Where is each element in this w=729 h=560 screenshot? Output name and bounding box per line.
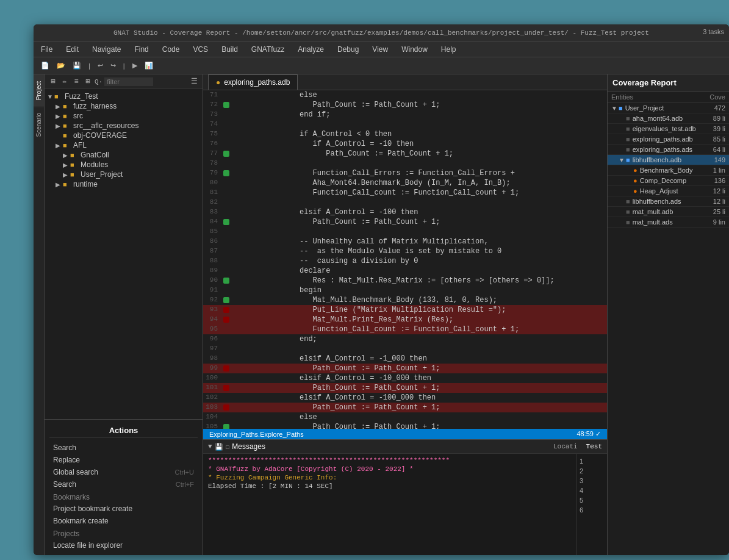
toolbar-redo[interactable]: ↪ xyxy=(108,60,118,71)
menu-find[interactable]: Find xyxy=(132,44,151,55)
tree-item-runtime[interactable]: ▶ ■ runtime xyxy=(45,179,203,189)
line-number-76: 76 xyxy=(203,139,221,149)
hamburger-icon[interactable]: ☰ xyxy=(189,77,199,86)
bottom-save-icon[interactable]: 💾 xyxy=(215,443,223,451)
line-number-96: 96 xyxy=(203,334,221,344)
editor-content[interactable]: 71 else72 Path_Count := Path_Count + 1;7… xyxy=(203,90,607,429)
line-marker-77 xyxy=(221,149,231,159)
folder-icon-src: ■ xyxy=(63,112,71,120)
toolbar-build[interactable]: ▶ xyxy=(130,60,140,71)
menu-debug[interactable]: Debug xyxy=(335,44,361,55)
bottom-clear-icon[interactable]: ☐ xyxy=(226,443,230,451)
cov-item-11[interactable]: ■mat_mult.ads9 lin xyxy=(608,217,729,228)
toolbar-save[interactable]: 💾 xyxy=(70,60,84,71)
label-obj-coverage: obj-COVERAGE xyxy=(73,131,127,140)
messages-tab[interactable]: Messages xyxy=(232,442,551,451)
cov-item-5[interactable]: ▼■libhuffbench.adb149 xyxy=(608,155,729,165)
line-marker-83 xyxy=(221,207,231,217)
line-code-90: Res : Mat_Mult.Res_Matrix := [others => … xyxy=(231,276,607,285)
line-marker-85 xyxy=(221,227,231,237)
cov-item-0[interactable]: ▼■User_Project472 xyxy=(608,103,729,113)
test-row-5: 5 xyxy=(577,495,607,505)
tree-item-obj-coverage[interactable]: ■ obj-COVERAGE xyxy=(45,131,203,140)
line-code-82 xyxy=(231,198,607,207)
menu-build[interactable]: Build xyxy=(219,44,240,55)
action-replace[interactable]: Replace xyxy=(49,454,198,466)
arrow-src-aflc: ▶ xyxy=(56,123,63,129)
toolbar-chart[interactable]: 📊 xyxy=(142,60,156,71)
editor-tab-exploring-paths[interactable]: ● exploring_paths.adb xyxy=(208,74,298,90)
cov-item-7[interactable]: ●Comp_Decomp136 xyxy=(608,176,729,186)
menu-code[interactable]: Code xyxy=(160,44,182,55)
tab-file-icon: ● xyxy=(216,78,220,87)
msg-line-1: * Fuzzing Campaign Generic Info: xyxy=(208,473,572,482)
tree-item-gnatcoll[interactable]: ▶ ■ GnatColl xyxy=(45,150,203,160)
line-code-71: else xyxy=(231,90,607,100)
action-search1-label: Search xyxy=(53,443,76,452)
main-area: Project Scenario ⊞ ✏ ≡ ⊞ Q· ☰ xyxy=(34,74,729,555)
cov-item-4[interactable]: ■exploring_paths.ads64 li xyxy=(608,145,729,155)
action-global-search[interactable]: Global search Ctrl+U xyxy=(49,466,198,478)
project-tab[interactable]: Project xyxy=(34,74,44,106)
menu-view[interactable]: View xyxy=(370,44,390,55)
action-search1[interactable]: Search xyxy=(49,442,198,454)
cov-file-icon-6: ● xyxy=(633,167,637,174)
cov-item-2[interactable]: ■eigenvalues_test.adb39 li xyxy=(608,124,729,134)
grid-icon[interactable]: ⊞ xyxy=(83,77,93,86)
new-file-icon[interactable]: ⊞ xyxy=(48,77,58,86)
line-marker-75 xyxy=(221,129,231,139)
toolbar-new[interactable]: 📄 xyxy=(38,60,52,71)
line-marker-105 xyxy=(221,422,231,429)
edit-icon[interactable]: ✏ xyxy=(60,77,70,86)
arrow-fuzz-harness: ▶ xyxy=(56,103,63,110)
menu-gnatfuzz[interactable]: GNATfuzz xyxy=(249,44,287,55)
code-line-88: 88 -- causing a division by 0 xyxy=(203,256,607,266)
cov-item-10[interactable]: ■mat_mult.adb25 li xyxy=(608,207,729,217)
action-project-bookmark[interactable]: Project bookmark create xyxy=(49,503,198,515)
cov-value-4: 64 li xyxy=(711,146,725,153)
code-line-102: 102 elsif A_Control = -100_000 then xyxy=(203,393,607,403)
tree-item-fuzz-test[interactable]: ▼ ■ Fuzz_Test xyxy=(45,92,203,101)
project-panel: ⊞ ✏ ≡ ⊞ Q· ☰ ▼ ■ xyxy=(45,74,203,555)
line-code-97 xyxy=(231,344,607,354)
cov-item-1[interactable]: ■aha_mont64.adb89 li xyxy=(608,113,729,124)
label-src: src xyxy=(73,112,83,120)
menu-vcs[interactable]: VCS xyxy=(190,44,210,55)
scenario-tab[interactable]: Scenario xyxy=(34,106,44,143)
menu-help[interactable]: Help xyxy=(439,44,459,55)
cov-value-7: 136 xyxy=(712,177,725,184)
code-line-97: 97 xyxy=(203,344,607,354)
tree-item-fuzz-harness[interactable]: ▶ ■ fuzz_harness xyxy=(45,101,203,111)
menu-navigate[interactable]: Navigate xyxy=(90,44,123,55)
line-code-95: Function_Call_count := Function_Call_cou… xyxy=(231,325,607,334)
tree-item-src-aflc[interactable]: ▶ ■ src__aflc_resources xyxy=(45,121,203,131)
tree-item-src[interactable]: ▶ ■ src xyxy=(45,111,203,121)
menu-file[interactable]: File xyxy=(38,44,55,55)
toolbar-open[interactable]: 📂 xyxy=(54,60,68,71)
line-code-83: elsif A_Control = -100 then xyxy=(231,207,607,217)
cov-item-6[interactable]: ●Benchmark_Body1 lin xyxy=(608,165,729,176)
list-icon[interactable]: ≡ xyxy=(71,77,81,86)
tree-item-afl[interactable]: ▶ ■ AFL xyxy=(45,140,203,150)
cov-item-9[interactable]: ■libhuffbench.ads12 li xyxy=(608,196,729,207)
cov-label-4: exploring_paths.ads xyxy=(633,146,711,153)
cov-item-8[interactable]: ●Heap_Adjust12 li xyxy=(608,186,729,196)
cov-value-11: 9 lin xyxy=(711,218,725,226)
action-locate-file[interactable]: Locate file in explorer xyxy=(49,539,198,551)
filter-input[interactable] xyxy=(104,77,153,86)
cov-label-0: User_Project xyxy=(625,104,712,112)
tree-item-modules[interactable]: ▶ ■ Modules xyxy=(45,160,203,170)
action-bookmark-create[interactable]: Bookmark create xyxy=(49,515,198,527)
bottom-down-icon[interactable]: ▼ xyxy=(208,443,212,450)
tree-item-user-project[interactable]: ▶ ■ User_Project xyxy=(45,170,203,179)
cov-item-3[interactable]: ■exploring_paths.adb85 li xyxy=(608,134,729,145)
menu-edit[interactable]: Edit xyxy=(63,44,81,55)
project-tree: ▼ ■ Fuzz_Test ▶ ■ fuzz_harness ▶ ■ s xyxy=(45,89,203,419)
line-code-104: else xyxy=(231,412,607,422)
menu-analyze[interactable]: Analyze xyxy=(295,44,326,55)
toolbar-undo[interactable]: ↩ xyxy=(95,60,106,71)
folder-icon-fuzz-test: ■ xyxy=(54,93,63,100)
action-search2[interactable]: Search Ctrl+F xyxy=(49,478,198,490)
cov-label-6: Benchmark_Body xyxy=(640,167,711,174)
menu-window[interactable]: Window xyxy=(399,44,430,55)
